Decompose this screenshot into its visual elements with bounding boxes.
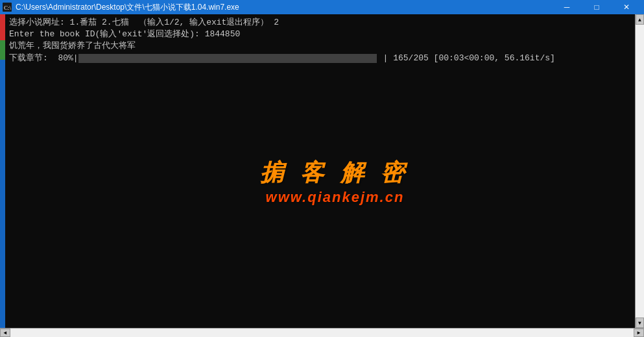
- title-bar-left: C:\ C:\Users\Administrator\Desktop\文件\七猫…: [3, 2, 239, 13]
- right-scrollbar[interactable]: ▲ ▼: [635, 14, 644, 328]
- title-bar-controls: ─ □ ✕: [552, 0, 641, 14]
- stripe-bottom: [0, 315, 5, 328]
- scroll-track[interactable]: [636, 25, 644, 318]
- scroll-right-button[interactable]: ►: [634, 329, 644, 337]
- watermark-cn-text: 掮 客 解 密: [260, 156, 409, 188]
- progress-label: 下载章节: 80%|: [9, 53, 78, 64]
- maximize-button[interactable]: □: [582, 0, 612, 14]
- progress-line: 下载章节: 80%| | 165/205 [00:03<00:00, 56.16…: [9, 53, 631, 64]
- scroll-left-button[interactable]: ◄: [0, 329, 10, 337]
- scroll-down-button[interactable]: ▼: [636, 318, 644, 328]
- title-bar-text: C:\Users\Administrator\Desktop\文件\七猫小说下载…: [16, 2, 239, 13]
- close-button[interactable]: ✕: [612, 0, 641, 14]
- svg-text:C:\: C:\: [4, 5, 12, 11]
- bottom-scrollbar[interactable]: ◄ ►: [0, 328, 644, 337]
- scroll-up-button[interactable]: ▲: [636, 14, 644, 25]
- progress-bar-container: [78, 54, 377, 63]
- terminal-line-2: Enter the book ID(输入'exit'返回选择处): 184485…: [9, 29, 631, 40]
- minimize-button[interactable]: ─: [552, 0, 582, 14]
- progress-stats: | 165/205 [00:03<00:00, 56.16it/s]: [383, 53, 555, 64]
- stripe-green: [0, 40, 5, 60]
- stripe-blue: [0, 60, 5, 79]
- watermark-url-text: www.qiankejm.cn: [260, 188, 409, 205]
- stripe-main: [0, 79, 5, 315]
- terminal-line-1: 选择小说网址: 1.番茄 2.七猫 （输入1/2, 输入exit退出程序） 2: [9, 17, 631, 29]
- stripe-red: [0, 14, 5, 40]
- left-stripe: [0, 14, 5, 328]
- terminal[interactable]: 选择小说网址: 1.番茄 2.七猫 （输入1/2, 输入exit退出程序） 2 …: [5, 14, 635, 328]
- terminal-icon: C:\: [3, 3, 12, 12]
- title-bar: C:\ C:\Users\Administrator\Desktop\文件\七猫…: [0, 0, 644, 14]
- window-body: 选择小说网址: 1.番茄 2.七猫 （输入1/2, 输入exit退出程序） 2 …: [0, 14, 644, 328]
- watermark: 掮 客 解 密 www.qiankejm.cn: [260, 156, 409, 205]
- hscroll-track[interactable]: [10, 329, 634, 337]
- terminal-line-3: 饥荒年，我囤货娇养了古代大将军: [9, 40, 631, 52]
